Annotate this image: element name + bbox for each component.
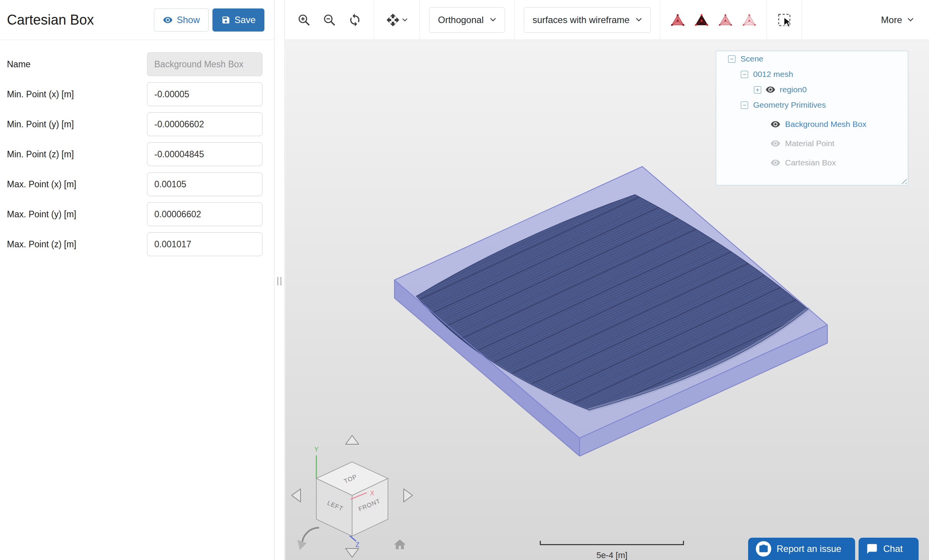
page-title: Cartesian Box: [7, 12, 154, 28]
field-row-name: Name: [7, 52, 262, 76]
visibility-icon[interactable]: [765, 85, 775, 95]
field-label: Max. Point (z) [m]: [7, 239, 76, 250]
tree-item-0012-mesh[interactable]: − 0012 mesh: [716, 67, 908, 82]
field-row-max-x: Max. Point (x) [m]: [7, 172, 262, 196]
show-button[interactable]: Show: [154, 8, 209, 32]
mesh-quality-1-button[interactable]: [670, 13, 685, 27]
mesh-quality-4-button[interactable]: [742, 13, 757, 27]
panel-resize-gutter[interactable]: [274, 0, 285, 560]
background-mesh-box-top: [394, 167, 827, 456]
tree-item-background-mesh-box[interactable]: Background Mesh Box: [716, 117, 908, 132]
render-mode-dropdown-label: surfaces with wireframe: [533, 15, 630, 25]
more-button[interactable]: More: [881, 15, 929, 25]
visibility-off-icon[interactable]: [770, 138, 780, 148]
z-axis-label: Z: [356, 542, 359, 548]
collapse-icon[interactable]: −: [728, 55, 735, 63]
save-button[interactable]: Save: [212, 8, 264, 32]
expand-icon[interactable]: +: [754, 86, 761, 93]
scale-bar: 5e-4 [m]: [540, 541, 683, 560]
chat-label: Chat: [883, 543, 903, 554]
tetrahedron-dark-icon: [695, 14, 708, 26]
projection-dropdown[interactable]: Orthogonal: [429, 7, 505, 33]
min-y-input[interactable]: [147, 112, 262, 136]
field-row-min-z: Min. Point (z) [m]: [7, 142, 262, 166]
show-button-label: Show: [177, 15, 200, 25]
max-y-input[interactable]: [147, 202, 262, 226]
properties-panel: Cartesian Box Show Save Name Min. Point …: [0, 0, 274, 560]
tree-item-cartesian-box[interactable]: Cartesian Box: [716, 155, 908, 170]
rotate-up-button[interactable]: [346, 435, 359, 444]
tree-item-label: Background Mesh Box: [785, 120, 866, 129]
chevron-down-icon: [490, 18, 496, 22]
home-view-button[interactable]: [394, 540, 406, 550]
rotate-right-button[interactable]: [404, 489, 413, 502]
mesh-quality-2-button[interactable]: [694, 13, 709, 27]
max-x-input[interactable]: [147, 172, 262, 196]
toolbar-divider: [514, 0, 515, 40]
box-select-button[interactable]: [777, 13, 792, 27]
mesh-quality-3-button[interactable]: [718, 13, 733, 27]
zoom-in-icon: [297, 13, 311, 27]
field-label: Max. Point (y) [m]: [7, 209, 76, 220]
orientation-cube[interactable]: TOP LEFT FRONT Y X Z: [314, 446, 388, 548]
max-z-input[interactable]: [147, 232, 262, 256]
field-row-max-z: Max. Point (z) [m]: [7, 232, 262, 256]
tree-item-label: 0012 mesh: [753, 70, 793, 79]
toolbar-divider: [802, 0, 802, 40]
min-x-input[interactable]: [147, 82, 262, 106]
rotate-left-button[interactable]: [292, 489, 301, 502]
visibility-icon[interactable]: [770, 119, 780, 129]
field-label: Max. Point (x) [m]: [7, 179, 76, 190]
refresh-view-button[interactable]: [348, 13, 362, 27]
save-icon: [221, 15, 231, 25]
tree-item-material-point[interactable]: Material Point: [716, 136, 908, 151]
more-button-label: More: [881, 15, 902, 25]
chevron-down-icon: [402, 18, 408, 22]
min-z-input[interactable]: [147, 142, 262, 166]
tree-item-region0[interactable]: + region0: [716, 82, 908, 97]
collapse-icon[interactable]: −: [741, 102, 748, 109]
report-issue-button[interactable]: Report an issue: [748, 538, 855, 560]
rotate-view-icon[interactable]: [302, 528, 319, 545]
panel-header: Cartesian Box Show Save: [0, 0, 274, 40]
collapse-icon[interactable]: −: [741, 71, 748, 78]
rotate-down-button[interactable]: [346, 548, 359, 557]
name-input[interactable]: [147, 52, 262, 76]
field-row-min-x: Min. Point (x) [m]: [7, 82, 262, 106]
report-issue-label: Report an issue: [777, 543, 841, 554]
tree-item-label: Cartesian Box: [785, 158, 836, 167]
field-row-max-y: Max. Point (y) [m]: [7, 202, 262, 226]
tree-resize-handle[interactable]: [901, 178, 907, 184]
chevron-down-icon: [907, 18, 914, 22]
tree-item-label: Scene: [740, 54, 764, 63]
camera-icon: [756, 541, 771, 557]
chat-bubble-icon: [866, 543, 878, 555]
tree-item-geometry-primitives[interactable]: − Geometry Primitives: [716, 97, 908, 113]
x-axis-label: X: [370, 490, 374, 497]
pan-tool-button[interactable]: [386, 13, 408, 27]
resize-handle-icon[interactable]: [277, 277, 281, 285]
zoom-group: [285, 0, 374, 40]
select-group: [767, 0, 802, 40]
mouse-cursor: [783, 17, 792, 28]
field-row-min-y: Min. Point (y) [m]: [7, 112, 262, 136]
field-label: Min. Point (z) [m]: [7, 149, 74, 160]
field-label: Min. Point (y) [m]: [7, 119, 74, 130]
zoom-in-button[interactable]: [297, 13, 311, 27]
pan-move-icon: [386, 13, 400, 27]
tree-item-label: Material Point: [785, 139, 834, 148]
projection-dropdown-label: Orthogonal: [438, 15, 484, 25]
field-label: Name: [7, 59, 30, 70]
chat-button[interactable]: Chat: [859, 538, 919, 560]
z-axis: [350, 536, 356, 541]
scale-bar-label: 5e-4 [m]: [596, 550, 628, 560]
scene-tree-panel: − Scene − 0012 mesh + region0 − Geometry…: [716, 51, 908, 185]
zoom-out-button[interactable]: [322, 13, 337, 27]
mesh-quality-group: [660, 0, 767, 40]
tree-item-label: Geometry Primitives: [753, 100, 826, 110]
visibility-off-icon[interactable]: [770, 158, 780, 168]
viewport-toolbar: Orthogonal surfaces with wireframe: [285, 0, 929, 40]
render-mode-dropdown[interactable]: surfaces with wireframe: [524, 7, 651, 33]
tree-item-scene[interactable]: − Scene: [716, 51, 908, 67]
tree-item-label: region0: [780, 85, 807, 94]
